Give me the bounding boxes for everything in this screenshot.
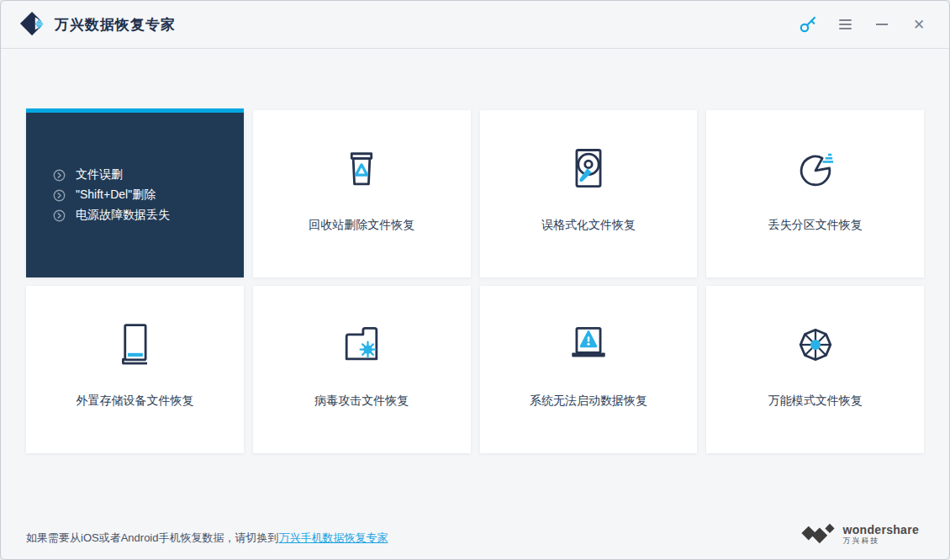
- scenario-label: 电源故障数据丢失: [76, 208, 170, 223]
- chevron-circle-icon: [53, 169, 66, 182]
- card-virus-attack-recovery[interactable]: 病毒攻击文件恢复: [253, 286, 471, 453]
- minimize-button[interactable]: [873, 15, 890, 34]
- scenario-item: "Shift+Del"删除: [53, 185, 244, 205]
- lost-partition-icon: [789, 142, 842, 196]
- card-label: 外置存储设备文件恢复: [76, 394, 193, 409]
- titlebar-controls: ✕: [800, 15, 927, 34]
- wondershare-brand: wondershare 万兴科技: [800, 522, 919, 546]
- key-icon: [799, 15, 817, 34]
- scenario-item: 文件误删: [53, 165, 244, 185]
- title-bar: 万兴数据恢复专家 ✕: [1, 1, 949, 49]
- virus-attack-icon: [335, 318, 388, 372]
- chevron-circle-icon: [53, 189, 66, 202]
- app-title: 万兴数据恢复专家: [55, 15, 176, 34]
- footer-note-text: 如果需要从iOS或者Android手机恢复数据，请切换到: [26, 531, 278, 544]
- all-around-recovery-icon: [789, 318, 842, 372]
- recovery-mode-grid: 文件误删 "Shift+Del"删除 电源故障数据丢失: [26, 110, 924, 453]
- phone-recovery-link[interactable]: 万兴手机数据恢复专家: [278, 531, 388, 544]
- system-crash-icon: [562, 318, 615, 372]
- card-system-crash-recovery[interactable]: 系统无法启动数据恢复: [480, 286, 698, 453]
- app-logo-icon: [19, 11, 46, 38]
- card-label: 病毒攻击文件恢复: [314, 394, 409, 409]
- footer-note: 如果需要从iOS或者Android手机恢复数据，请切换到万兴手机数据恢复专家: [26, 531, 388, 546]
- card-external-device-recovery[interactable]: 外置存储设备文件恢复: [26, 286, 244, 453]
- menu-button[interactable]: [837, 15, 853, 34]
- external-device-icon: [108, 318, 161, 372]
- card-label: 回收站删除文件恢复: [309, 218, 414, 233]
- card-label: 万能模式文件恢复: [768, 394, 863, 409]
- brand-text: wondershare 万兴科技: [843, 523, 919, 545]
- card-label: 误格式化文件恢复: [541, 218, 636, 233]
- recycle-bin-icon: [335, 142, 388, 196]
- footer: 如果需要从iOS或者Android手机恢复数据，请切换到万兴手机数据恢复专家 w…: [26, 522, 919, 546]
- app-window: 万兴数据恢复专家 ✕: [0, 0, 950, 560]
- card-all-around-recovery[interactable]: 万能模式文件恢复: [706, 286, 924, 453]
- wondershare-logo-icon: [800, 522, 836, 546]
- brand-subtitle: 万兴科技: [843, 536, 919, 545]
- close-button[interactable]: ✕: [910, 15, 927, 34]
- scenario-item: 电源故障数据丢失: [53, 205, 244, 225]
- hamburger-menu-icon: [839, 19, 852, 29]
- chevron-circle-icon: [53, 209, 66, 222]
- card-label: 丢失分区文件恢复: [768, 218, 863, 233]
- scenario-label: "Shift+Del"删除: [76, 188, 156, 203]
- card-recycle-bin-recovery[interactable]: 回收站删除文件恢复: [253, 110, 471, 277]
- card-lost-partition-recovery[interactable]: 丢失分区文件恢复: [706, 110, 924, 277]
- minimize-icon: [876, 24, 888, 25]
- brand-name: wondershare: [843, 523, 919, 536]
- card-deletion-scenarios[interactable]: 文件误删 "Shift+Del"删除 电源故障数据丢失: [26, 108, 244, 277]
- close-icon: ✕: [913, 18, 925, 32]
- scenario-label: 文件误删: [76, 167, 123, 182]
- activation-key-button[interactable]: [800, 15, 816, 34]
- card-label: 系统无法启动数据恢复: [530, 394, 647, 409]
- card-formatted-recovery[interactable]: 误格式化文件恢复: [480, 110, 698, 277]
- formatted-disk-icon: [562, 142, 615, 196]
